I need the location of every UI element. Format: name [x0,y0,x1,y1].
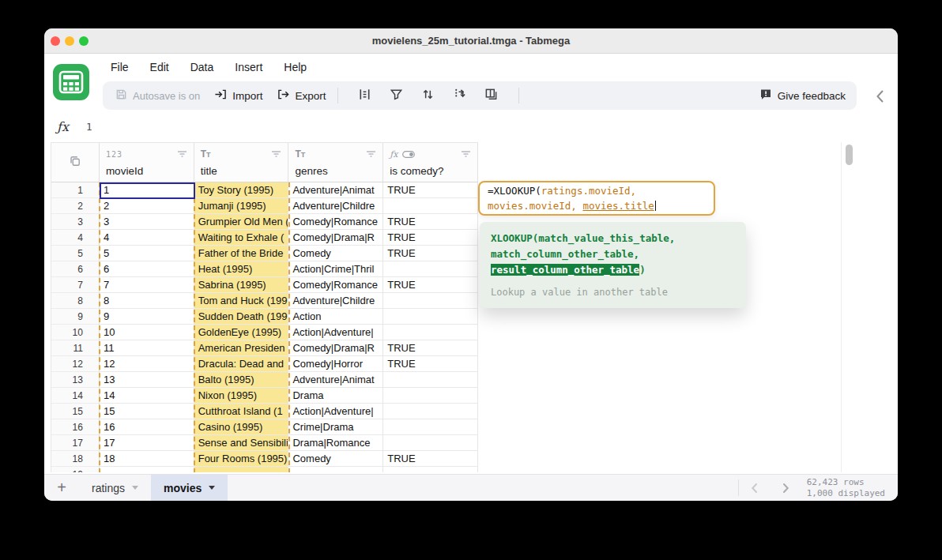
tab-ratings[interactable]: ratings [79,475,151,501]
cell-is-comedy[interactable] [383,261,478,277]
cell-title[interactable]: Cutthroat Island (1 [194,404,289,419]
cell-genres[interactable]: Crime|Drama [288,419,383,435]
cell-title[interactable]: Nixon (1995) [194,388,289,404]
row-number[interactable]: 3 [51,214,100,230]
menu-edit[interactable]: Edit [150,61,169,73]
add-table-button[interactable]: + [44,475,79,501]
formula-editor[interactable]: =XLOOKUP(ratings.movieId,movies.movieId,… [478,181,715,216]
row-number[interactable]: 11 [51,340,100,356]
cell-genres[interactable]: Drama|Romance [288,435,383,451]
cell-is-comedy[interactable] [383,388,478,404]
cell-movieId[interactable]: 7 [100,277,194,293]
cell-title[interactable]: Jumanji (1995) [194,198,289,214]
cell-genres[interactable]: Comedy|Romance [288,214,383,230]
row-number[interactable]: 2 [51,198,100,214]
menu-help[interactable]: Help [284,61,307,73]
cell-genres[interactable]: Adventure|Animat [288,372,383,388]
cell-movieId[interactable]: 4 [100,230,194,246]
cell-movieId[interactable]: 6 [100,261,194,277]
column-filter-icon[interactable] [177,147,187,161]
cell-title[interactable]: Four Rooms (1995) [194,451,289,467]
menu-data[interactable]: Data [190,61,214,73]
cell-is-comedy[interactable] [383,325,478,340]
cell-is-comedy[interactable] [383,198,478,214]
cell-genres[interactable]: Adventure|Childre [288,198,383,214]
cell-title[interactable]: Sudden Death (199 [194,309,289,325]
row-number[interactable]: 17 [51,435,100,451]
cell-is-comedy[interactable]: TRUE [383,214,478,230]
cell-movieId[interactable]: 16 [100,419,194,435]
merge-tables-icon-button[interactable] [480,85,503,107]
give-feedback-button[interactable]: Give feedback [759,88,846,103]
cell-movieId[interactable]: 17 [100,435,194,451]
cell-movieId[interactable]: 12 [100,356,194,372]
row-number[interactable]: 1 [51,182,100,198]
row-number[interactable]: 18 [51,451,100,467]
cell-movieId[interactable]: 11 [100,340,194,356]
rows-icon-button[interactable] [354,85,376,107]
column-header-movieId[interactable]: 123 movieId [100,143,194,182]
chevron-down-icon[interactable] [132,486,138,490]
cell-genres[interactable]: Action|Adventure| [288,404,383,419]
row-number[interactable]: 14 [51,388,100,404]
menu-file[interactable]: File [111,61,129,73]
cell-genres[interactable] [288,467,383,472]
filter-icon-button[interactable] [386,85,408,107]
cell-is-comedy[interactable] [383,467,478,472]
row-number[interactable]: 13 [51,372,100,388]
import-button[interactable]: Import [214,88,262,103]
row-number[interactable]: 6 [51,261,100,277]
row-number[interactable]: 9 [51,309,100,325]
cell-is-comedy[interactable]: TRUE [383,246,478,261]
cell-genres[interactable]: Comedy [288,451,383,467]
menu-insert[interactable]: Insert [235,61,262,73]
row-number[interactable]: 12 [51,356,100,372]
cell-title[interactable]: Dracula: Dead and [194,356,289,372]
cell-title[interactable]: Father of the Bride [194,246,289,261]
cell-movieId[interactable]: 3 [100,214,194,230]
cell-title[interactable]: Sabrina (1995) [194,277,289,293]
cell-title[interactable]: Grumpier Old Men ( [194,214,289,230]
cell-movieId[interactable]: 13 [100,372,194,388]
cell-title[interactable]: Heat (1995) [194,261,289,277]
cell-genres[interactable]: Action|Crime|Thril [288,261,383,277]
cell-is-comedy[interactable] [383,293,478,309]
column-header-genres[interactable]: TT genres [288,143,383,182]
cell-is-comedy[interactable] [383,404,478,419]
cell-title[interactable]: GoldenEye (1995) [194,325,289,340]
cell-genres[interactable]: Comedy|Romance [288,277,383,293]
chevron-down-icon[interactable] [209,486,215,490]
cell-is-comedy[interactable]: TRUE [383,230,478,246]
cell-genres[interactable]: Comedy|Horror [288,356,383,372]
cell-movieId[interactable]: 9 [100,309,194,325]
cell-title[interactable]: American Presiden [194,340,289,356]
cell-is-comedy[interactable]: TRUE [383,277,478,293]
cell-genres[interactable]: Drama [288,388,383,404]
row-number[interactable]: 10 [51,325,100,340]
formula-bar-value[interactable]: 1 [86,121,92,133]
cell-title[interactable]: Balto (1995) [194,372,289,388]
column-header-title[interactable]: TT title [194,143,289,182]
cell-title[interactable]: Casino (1995) [194,419,289,435]
row-number[interactable]: 16 [51,419,100,435]
row-number[interactable]: 7 [51,277,100,293]
row-number[interactable]: 5 [51,246,100,261]
cell-genres[interactable]: Comedy|Drama|R [288,230,383,246]
previous-page-button[interactable] [739,475,771,501]
select-all-corner[interactable] [51,143,100,182]
next-page-button[interactable] [771,475,802,501]
column-filter-icon[interactable] [366,147,376,161]
cell-is-comedy[interactable] [383,372,478,388]
collapse-panel-button[interactable] [869,88,890,107]
cell-movieId[interactable]: 2 [100,198,194,214]
cell-is-comedy[interactable]: TRUE [383,182,478,198]
row-number[interactable]: 8 [51,293,100,309]
cell-title[interactable]: Toy Story (1995) [194,182,289,198]
row-number[interactable]: 4 [51,230,100,246]
cell-title[interactable]: Waiting to Exhale ( [194,230,289,246]
cell-movieId[interactable]: 14 [100,388,194,404]
export-button[interactable]: Export [277,88,326,103]
cell-is-comedy[interactable]: TRUE [383,356,478,372]
cell-is-comedy[interactable]: TRUE [383,451,478,467]
cell-title[interactable]: Tom and Huck (199 [194,293,289,309]
